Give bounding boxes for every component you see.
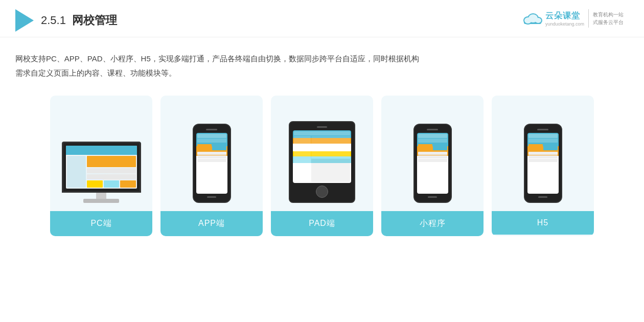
device-card-miniapp: 小程序 [381, 96, 484, 236]
pad-screen-area [278, 106, 366, 203]
miniapp-card-label: 小程序 [381, 211, 484, 236]
logo-triangle-icon [15, 9, 34, 32]
description-text: 网校支持PC、APP、PAD、小程序、H5，实现多端打通，产品各终端自由切换，数… [15, 52, 624, 80]
device-card-app: APP端 [160, 96, 263, 236]
miniapp-phone-icon [413, 124, 452, 203]
svg-point-6 [535, 18, 541, 23]
device-card-pad: PAD端 [271, 96, 373, 236]
brand-divider [588, 9, 589, 28]
brand-url: yunduoketang.com [545, 21, 584, 27]
miniapp-screen-area [388, 106, 476, 203]
brand-name-cn: 云朵课堂 [545, 11, 580, 21]
pc-screen-area [57, 106, 145, 203]
h5-phone-icon [524, 124, 562, 203]
pc-card-label: PC端 [50, 211, 152, 236]
app-phone-icon [193, 124, 231, 203]
header-left: 2.5.1 网校管理 [15, 9, 117, 32]
pc-monitor-icon [62, 142, 141, 203]
brand-section: 云朵课堂 yunduoketang.com 教育机构一站 式服务云平台 [523, 9, 624, 28]
cloud-logo-icon [523, 11, 542, 26]
h5-screen-area [499, 106, 587, 203]
description-block: 网校支持PC、APP、PAD、小程序、H5，实现多端打通，产品各终端自由切换，数… [0, 37, 644, 85]
h5-card-label: H5 [492, 211, 594, 235]
brand-slogan: 教育机构一站 式服务云平台 [593, 11, 624, 26]
app-screen-area [168, 106, 256, 203]
app-card-label: APP端 [160, 211, 263, 236]
brand-name-group: 云朵课堂 yunduoketang.com [545, 11, 584, 27]
device-card-h5: H5 [492, 96, 594, 236]
pad-device-icon [289, 121, 355, 203]
pad-card-label: PAD端 [271, 211, 373, 236]
page-title: 2.5.1 网校管理 [41, 13, 117, 28]
device-cards-area: PC端 [0, 85, 644, 246]
device-card-pc: PC端 [50, 96, 152, 236]
page-header: 2.5.1 网校管理 云朵课堂 yunduoketang.com 教育机构一站 [0, 0, 644, 37]
brand-logo: 云朵课堂 yunduoketang.com [523, 11, 584, 27]
